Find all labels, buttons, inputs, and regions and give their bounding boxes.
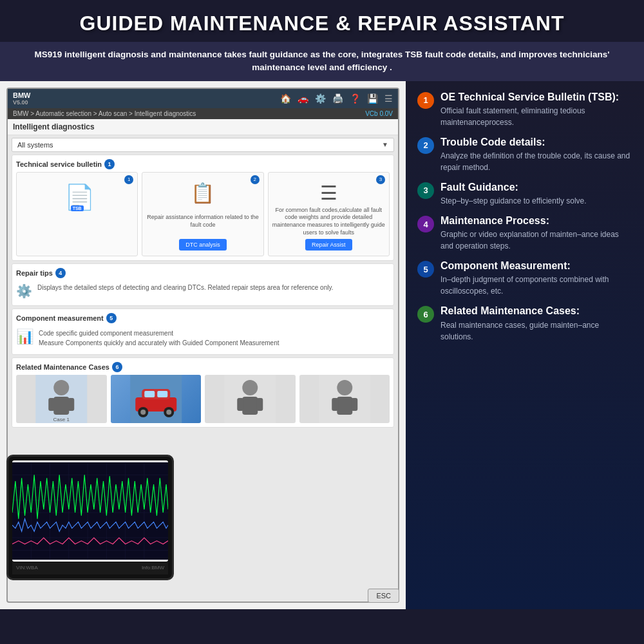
- right-panel: 1 OE Technical Service Bulletin (TSB): O…: [406, 81, 644, 609]
- feature-6: 6 Related Maintenance Cases: Real mainte…: [417, 305, 632, 342]
- feature-2-badge: 2: [417, 137, 434, 154]
- tsb-card[interactable]: 1 📄 TSB: [16, 172, 138, 257]
- dtc-card[interactable]: 2 📋 Repair assistance information relate…: [142, 172, 263, 257]
- related-cases-label: Related Maintenance Cases 6: [16, 362, 390, 372]
- svg-rect-4: [68, 398, 74, 411]
- svg-text:Case 1: Case 1: [53, 417, 70, 422]
- svg-point-21: [337, 380, 352, 395]
- svg-rect-23: [332, 398, 338, 411]
- oscilloscope-icon: 📊: [16, 328, 33, 345]
- help-icon[interactable]: ❓: [350, 93, 361, 104]
- component-badge: 5: [106, 313, 117, 323]
- svg-rect-3: [48, 398, 55, 411]
- vin-label: VIN:WBA: [16, 565, 38, 571]
- breadcrumb-bar: BMW > Automatic selection > Auto scan > …: [8, 108, 398, 119]
- dropdown-label: All systems: [17, 141, 53, 149]
- svg-point-14: [166, 410, 171, 415]
- svg-rect-25: [12, 462, 168, 559]
- left-panel: BMW V5.00 🏠 🚗 ⚙️ 🖨️ ❓ 💾 ☰ BMW > Automati…: [0, 81, 406, 609]
- feature-5: 5 Component Measurement: In–depth judgme…: [417, 260, 632, 297]
- tablet-device: VIN:WBA Info:BMW: [6, 455, 174, 583]
- settings-icon[interactable]: ⚙️: [315, 93, 326, 104]
- case-img-2: [111, 375, 202, 423]
- card1-badge: 1: [124, 175, 133, 184]
- feature-4-desc: Graphic or video explanation of mainten–…: [440, 229, 632, 252]
- tablet-body: VIN:WBA Info:BMW: [6, 455, 174, 580]
- feature-6-desc: Real maintenance cases, guide mainten–an…: [440, 319, 632, 343]
- tsb-badge: 1: [104, 159, 115, 169]
- feature-4-content: Maintenance Process: Graphic or video ex…: [440, 214, 632, 252]
- svg-rect-17: [242, 397, 258, 415]
- feature-1-badge: 1: [417, 92, 434, 109]
- menu-icon[interactable]: ☰: [384, 93, 393, 104]
- repair-tips-badge: 4: [55, 268, 66, 278]
- svg-rect-10: [157, 391, 167, 397]
- tsb-doc-icon: 📄 TSB: [64, 183, 90, 213]
- feature-1-title: OE Technical Service Bulletin (TSB):: [440, 91, 632, 103]
- repair-tips-section: Repair tips 4 ⚙️ Displays the detailed s…: [12, 263, 394, 306]
- repair-tips-row: ⚙️ Displays the detailed steps of detect…: [16, 281, 390, 301]
- repair-tips-label: Repair tips 4: [16, 268, 390, 278]
- chevron-down-icon: ▼: [382, 141, 388, 148]
- repair-tips-text: Displays the detailed steps of detecting…: [37, 283, 334, 292]
- feature-2-content: Trouble Code details: Analyze the defini…: [440, 136, 632, 173]
- repair-assist-button[interactable]: Repair Assist: [305, 239, 352, 251]
- feature-5-desc: In–depth judgment of components combined…: [440, 274, 632, 297]
- feature-6-content: Related Maintenance Cases: Real maintena…: [440, 305, 632, 342]
- main-content: BMW V5.00 🏠 🚗 ⚙️ 🖨️ ❓ 💾 ☰ BMW > Automati…: [0, 81, 644, 609]
- vcb-status: VCb 0.0V: [365, 110, 393, 117]
- component-section: Component measurement 5 📊 Code specific …: [12, 308, 394, 355]
- component-text: Code specific guided component measureme…: [39, 328, 279, 348]
- cards-row: 1 📄 TSB 2 📋 Repair assistance informatio…: [16, 172, 390, 257]
- dtc-analysis-button[interactable]: DTC analysis: [179, 239, 227, 251]
- esc-button[interactable]: ESC: [368, 589, 399, 603]
- save-icon[interactable]: 💾: [367, 93, 378, 104]
- system-dropdown[interactable]: All systems ▼: [12, 138, 394, 152]
- tablet-screen: [12, 460, 168, 562]
- device-topbar: BMW V5.00 🏠 🚗 ⚙️ 🖨️ ❓ 💾 ☰: [8, 89, 398, 108]
- component-section-label: Component measurement 5: [16, 313, 390, 323]
- svg-rect-2: [53, 397, 69, 415]
- related-cases-section: Related Maintenance Cases 6 Case 1: [12, 357, 394, 428]
- svg-point-1: [53, 380, 69, 395]
- home-icon[interactable]: 🏠: [280, 93, 291, 104]
- feature-6-badge: 6: [417, 306, 434, 323]
- feature-1: 1 OE Technical Service Bulletin (TSB): O…: [417, 91, 632, 128]
- svg-point-16: [242, 380, 258, 395]
- card2-badge: 2: [251, 175, 260, 184]
- component-row: 📊 Code specific guided component measure…: [16, 326, 390, 350]
- dtc-card-icon: 📋: [191, 182, 214, 204]
- svg-rect-24: [351, 398, 357, 411]
- feature-2-title: Trouble Code details:: [440, 136, 632, 148]
- settings-wrench-icon: ⚙️: [16, 283, 32, 299]
- svg-rect-19: [256, 398, 263, 411]
- tsb-icon-group: 📄 TSB: [64, 183, 90, 213]
- feature-1-desc: Official fault statement, eliminating te…: [440, 105, 632, 128]
- tablet-bottom-bar: VIN:WBA Info:BMW: [12, 562, 168, 574]
- svg-rect-18: [237, 398, 243, 411]
- case-img-1: Case 1: [16, 375, 107, 423]
- device-brand-version: BMW V5.00: [13, 91, 31, 106]
- repair-assist-card[interactable]: 3 ☰ For common fault codes,calculate all…: [268, 172, 390, 257]
- feature-2: 2 Trouble Code details: Analyze the defi…: [417, 136, 632, 173]
- breadcrumb: BMW > Automatic selection > Auto scan > …: [13, 110, 196, 117]
- feature-5-content: Component Measurement: In–depth judgment…: [440, 260, 632, 297]
- svg-point-12: [140, 410, 146, 415]
- feature-5-badge: 5: [417, 261, 434, 278]
- header: GUIDED MAINTENANCE & REPAIR ASSISTANT: [0, 0, 644, 42]
- car-icon[interactable]: 🚗: [298, 93, 308, 104]
- repair-assist-icon: ☰: [320, 182, 337, 204]
- feature-1-content: OE Technical Service Bulletin (TSB): Off…: [440, 91, 632, 128]
- feature-3: 3 Fault Guidance: Step–by–step guidance …: [417, 181, 632, 207]
- info-label: Info:BMW: [142, 565, 164, 571]
- tsb-label: TSB: [71, 205, 84, 211]
- tsb-section-label: Technical service bulletin 1: [16, 159, 390, 169]
- feature-5-title: Component Measurement:: [440, 260, 632, 272]
- page-title: GUIDED MAINTENANCE & REPAIR ASSISTANT: [13, 12, 631, 35]
- feature-4-badge: 4: [417, 216, 434, 232]
- related-cases-badge: 6: [112, 362, 122, 372]
- feature-4: 4 Maintenance Process: Graphic or video …: [417, 214, 632, 252]
- print-icon[interactable]: 🖨️: [332, 93, 343, 104]
- card3-badge: 3: [376, 175, 385, 184]
- repair-assist-text: For common fault codes,calculate all fau…: [272, 207, 385, 237]
